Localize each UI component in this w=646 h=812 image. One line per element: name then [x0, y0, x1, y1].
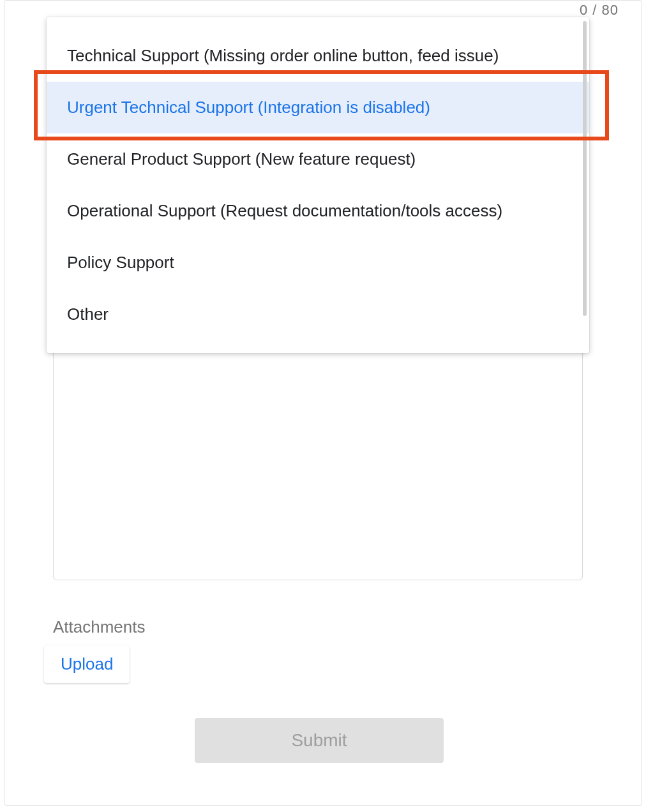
character-counter: 0 / 80	[580, 2, 619, 19]
dropdown-option-other[interactable]: Other	[47, 289, 589, 340]
dropdown-option-policy-support[interactable]: Policy Support	[47, 237, 589, 289]
dropdown-option-label: Policy Support	[67, 253, 174, 273]
dropdown-option-general-product-support[interactable]: General Product Support (New feature req…	[47, 133, 589, 185]
issue-type-dropdown-menu[interactable]: Technical Support (Missing order online …	[47, 17, 589, 353]
dropdown-option-label: Other	[67, 304, 109, 324]
submit-button[interactable]: Submit	[195, 718, 444, 763]
attachments-label: Attachments	[53, 617, 146, 637]
dropdown-option-operational-support[interactable]: Operational Support (Request documentati…	[47, 185, 589, 237]
form-card: 0 / 80 Technical Support (Missing order …	[4, 0, 642, 806]
dropdown-option-urgent-technical-support[interactable]: Urgent Technical Support (Integration is…	[47, 82, 589, 133]
description-textarea[interactable]	[53, 350, 583, 580]
scrollbar[interactable]	[583, 21, 587, 316]
dropdown-option-label: General Product Support (New feature req…	[67, 149, 416, 169]
dropdown-option-technical-support[interactable]: Technical Support (Missing order online …	[47, 30, 589, 82]
dropdown-option-label: Operational Support (Request documentati…	[67, 201, 502, 221]
dropdown-option-label: Urgent Technical Support (Integration is…	[67, 98, 430, 117]
dropdown-option-label: Technical Support (Missing order online …	[67, 46, 499, 66]
upload-button[interactable]: Upload	[44, 645, 130, 683]
